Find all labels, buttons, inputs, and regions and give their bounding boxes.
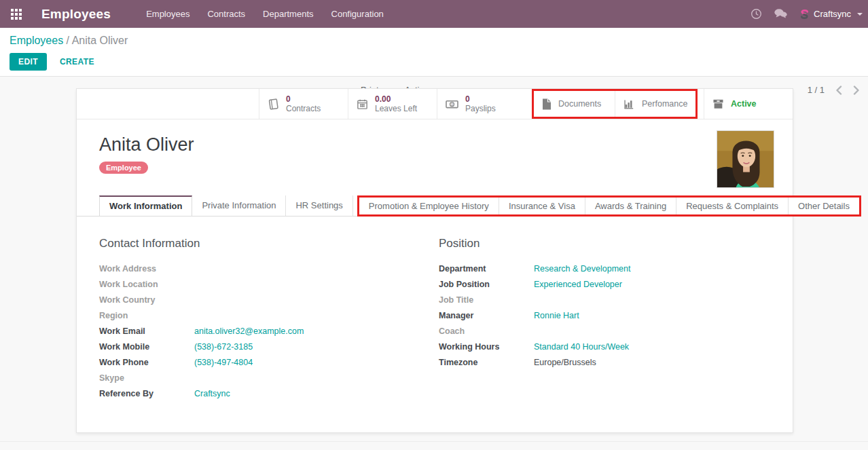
field-label: Work Phone bbox=[99, 358, 194, 367]
manager-link[interactable]: Ronnie Hart bbox=[534, 311, 579, 320]
top-navbar: Employees Employees Contracts Department… bbox=[0, 0, 868, 28]
field-manager: Manager Ronnie Hart bbox=[439, 307, 765, 323]
edit-button[interactable]: EDIT bbox=[10, 53, 47, 71]
tab-insurance-visa[interactable]: Insurance & Visa bbox=[499, 198, 585, 214]
user-menu[interactable]: Craftsync bbox=[799, 8, 863, 20]
field-label: Coach bbox=[439, 326, 534, 336]
breadcrumb-employees-link[interactable]: Employees bbox=[10, 35, 63, 46]
notebook-tabs: Work Information Private Information HR … bbox=[77, 195, 793, 217]
grid-icon bbox=[11, 9, 22, 20]
position-section: Position Department Research & Developme… bbox=[439, 237, 765, 401]
bar-chart-icon bbox=[623, 98, 636, 111]
job-position-link[interactable]: Experienced Developer bbox=[534, 280, 622, 289]
position-heading: Position bbox=[439, 237, 765, 250]
field-department: Department Research & Development bbox=[439, 261, 765, 276]
employee-photo bbox=[717, 130, 774, 188]
employee-form-card: 0 Contracts bbox=[76, 88, 793, 433]
payslips-count: 0 bbox=[465, 94, 496, 104]
field-work-address: Work Address bbox=[99, 261, 439, 276]
active-toggle-button[interactable]: Active bbox=[704, 89, 793, 119]
field-reference-by: Reference By Craftsync bbox=[99, 386, 439, 401]
department-link[interactable]: Research & Development bbox=[534, 264, 630, 274]
field-label: Manager bbox=[439, 311, 534, 320]
field-label: Reference By bbox=[99, 389, 194, 398]
tab-requests-complaints[interactable]: Requests & Complaints bbox=[676, 198, 789, 214]
field-label: Region bbox=[99, 311, 194, 320]
field-label: Working Hours bbox=[439, 342, 534, 352]
field-work-country: Work Country bbox=[99, 292, 439, 307]
leaves-count: 0.00 bbox=[375, 94, 417, 104]
payslips-label: Payslips bbox=[465, 104, 496, 113]
menu-item-configuration[interactable]: Configuration bbox=[331, 9, 384, 19]
breadcrumb: Employees / Anita Oliver bbox=[10, 35, 857, 47]
work-phone-link[interactable]: (538)-497-4804 bbox=[194, 358, 253, 367]
documents-stat-button[interactable]: Documents bbox=[534, 91, 615, 117]
user-name: Craftsync bbox=[814, 9, 851, 19]
footer-divider bbox=[0, 441, 868, 442]
menu-item-departments[interactable]: Departments bbox=[263, 9, 313, 19]
contact-information-heading: Contact Information bbox=[99, 237, 439, 250]
banknote-icon: 0 bbox=[445, 98, 459, 111]
tab-hr-settings[interactable]: HR Settings bbox=[286, 195, 352, 216]
field-label: Timezone bbox=[439, 358, 534, 367]
performance-stat-button[interactable]: Perfomance bbox=[615, 91, 695, 117]
app-title: Employees bbox=[41, 7, 111, 22]
field-label: Work Address bbox=[99, 264, 194, 274]
file-icon bbox=[541, 98, 552, 111]
performance-label: Perfomance bbox=[642, 99, 687, 109]
menu-item-employees[interactable]: Employees bbox=[146, 9, 189, 19]
apps-menu-button[interactable] bbox=[0, 0, 33, 28]
payslips-stat-button[interactable]: 0 0 Payslips bbox=[437, 89, 526, 119]
breadcrumb-separator: / bbox=[67, 35, 69, 46]
s-logo-icon bbox=[799, 8, 810, 20]
field-label: Department bbox=[439, 264, 534, 274]
field-work-phone: Work Phone (538)-497-4804 bbox=[99, 354, 439, 370]
field-work-mobile: Work Mobile (538)-672-3185 bbox=[99, 339, 439, 354]
work-email-link[interactable]: anita.oliver32@example.com bbox=[194, 326, 304, 336]
annotation-box-tabs: Promotion & Employee History Insurance &… bbox=[357, 195, 861, 217]
employee-badge: Employee bbox=[99, 162, 148, 174]
field-label: Work Mobile bbox=[99, 342, 194, 352]
chat-icon[interactable] bbox=[774, 8, 788, 20]
documents-label: Documents bbox=[558, 99, 601, 109]
contracts-stat-button[interactable]: 0 Contracts bbox=[259, 89, 348, 119]
tab-private-information[interactable]: Private Information bbox=[192, 195, 286, 216]
control-panel: Employees / Anita Oliver EDIT CREATE Pri… bbox=[0, 28, 868, 77]
field-region: Region bbox=[99, 307, 439, 323]
employee-name: Anita Oliver bbox=[99, 134, 793, 155]
reference-by-link[interactable]: Craftsync bbox=[194, 389, 230, 398]
create-button[interactable]: CREATE bbox=[60, 57, 94, 67]
main-content: 0 Contracts bbox=[0, 77, 868, 450]
field-label: Job Title bbox=[439, 295, 534, 305]
tab-awards-training[interactable]: Awards & Training bbox=[585, 198, 676, 214]
work-information-pane: Contact Information Work Address Work Lo… bbox=[77, 217, 793, 401]
leaves-stat-button[interactable]: 0.00 Leaves Left bbox=[348, 89, 437, 119]
breadcrumb-current: Anita Oliver bbox=[72, 35, 128, 46]
archive-icon bbox=[712, 98, 725, 110]
chevron-down-icon bbox=[857, 13, 863, 16]
tab-work-information[interactable]: Work Information bbox=[99, 195, 192, 217]
main-menu: Employees Contracts Departments Configur… bbox=[146, 9, 384, 19]
field-working-hours: Working Hours Standard 40 Hours/Week bbox=[439, 339, 765, 354]
clock-icon[interactable] bbox=[751, 8, 762, 20]
field-label: Skype bbox=[99, 373, 194, 383]
profile-header: Anita Oliver Employee bbox=[77, 119, 793, 195]
field-label: Work Email bbox=[99, 326, 194, 336]
calendar-icon bbox=[356, 98, 369, 111]
stat-button-row: 0 Contracts bbox=[77, 89, 793, 119]
field-work-location: Work Location bbox=[99, 276, 439, 292]
field-job-title: Job Title bbox=[439, 292, 765, 307]
work-mobile-link[interactable]: (538)-672-3185 bbox=[194, 342, 253, 352]
contact-information-section: Contact Information Work Address Work Lo… bbox=[99, 237, 439, 401]
field-label: Work Location bbox=[99, 280, 194, 289]
contracts-count: 0 bbox=[286, 94, 321, 104]
working-hours-link[interactable]: Standard 40 Hours/Week bbox=[534, 342, 629, 352]
field-label: Work Country bbox=[99, 295, 194, 305]
book-icon bbox=[266, 96, 281, 111]
contracts-label: Contracts bbox=[286, 104, 321, 113]
menu-item-contracts[interactable]: Contracts bbox=[207, 9, 245, 19]
field-label: Job Position bbox=[439, 280, 534, 289]
tab-other-details[interactable]: Other Details bbox=[789, 198, 859, 214]
timezone-value: Europe/Brussels bbox=[534, 358, 596, 367]
tab-promotion-employee-history[interactable]: Promotion & Employee History bbox=[359, 198, 499, 214]
